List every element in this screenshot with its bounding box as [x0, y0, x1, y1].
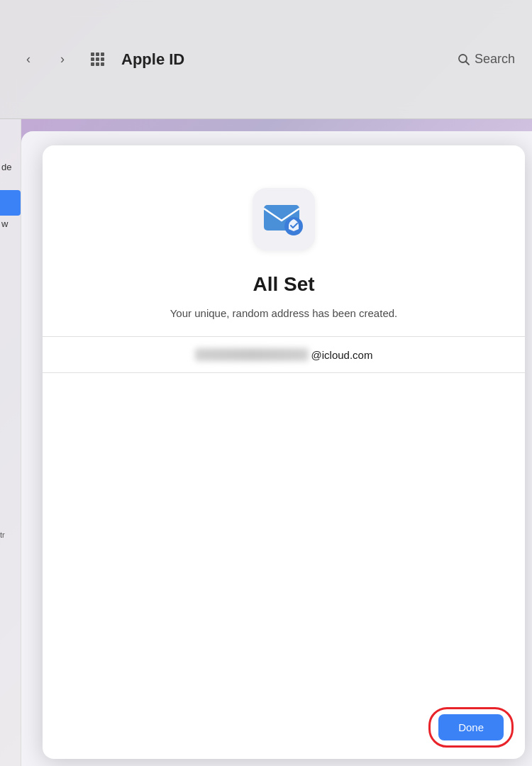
mail-privacy-icon: [262, 199, 305, 239]
email-blurred: [195, 348, 309, 361]
page-title: Apple ID: [121, 50, 446, 69]
modal-title: All Set: [253, 273, 314, 296]
icon-container: [253, 188, 315, 250]
email-row: @icloud.com: [43, 337, 525, 372]
modal-footer: Done: [43, 695, 525, 759]
done-button[interactable]: Done: [438, 714, 504, 740]
modal-sheet: All Set Your unique, random address has …: [43, 145, 525, 759]
forward-button[interactable]: ›: [51, 48, 74, 71]
sidebar-text-tr: tr: [0, 531, 21, 539]
grid-icon[interactable]: [91, 52, 104, 66]
toolbar: ‹ › Apple ID Search: [0, 0, 532, 119]
modal-subtitle: Your unique, random address has been cre…: [142, 307, 426, 319]
back-icon: ‹: [26, 52, 31, 67]
email-domain: @icloud.com: [311, 349, 373, 361]
search-area[interactable]: Search: [458, 52, 515, 67]
done-highlight: Done: [438, 714, 504, 740]
back-button[interactable]: ‹: [17, 48, 40, 71]
search-label: Search: [475, 52, 515, 67]
forward-icon: ›: [60, 52, 65, 67]
search-icon: [458, 53, 470, 66]
sidebar: de w tr: [0, 119, 21, 766]
divider-bottom: [43, 372, 525, 373]
main-content: All Set Your unique, random address has …: [21, 131, 532, 766]
sidebar-text-de: de: [1, 162, 11, 172]
sidebar-item-icloud[interactable]: [0, 190, 21, 216]
svg-line-1: [465, 61, 469, 65]
sidebar-text-w: w: [1, 218, 8, 229]
